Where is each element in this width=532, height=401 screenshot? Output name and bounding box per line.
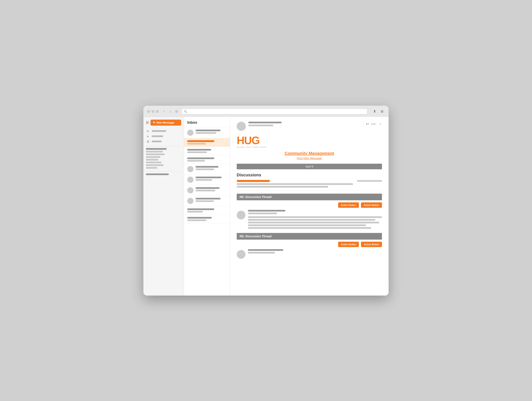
community-title[interactable]: Community Management — [237, 151, 382, 156]
community-section: Community Management Post New Message — [237, 151, 382, 160]
thread-section-1: RE: Discussion Thread Action Button Acti… — [237, 194, 382, 229]
bar — [187, 211, 203, 213]
avatar — [187, 177, 193, 183]
bar-active — [187, 140, 214, 142]
forward-button[interactable]: → — [378, 122, 382, 126]
traffic-light-green — [156, 110, 159, 113]
sidebar-bar — [146, 156, 160, 158]
thread-action-btn-2a[interactable]: Action Button — [338, 242, 359, 247]
discussion-title-bar — [237, 180, 270, 182]
bar — [196, 179, 212, 181]
nav-section: ✉ ➤ 🗑 — [146, 129, 181, 144]
thread-action-label: Action Button — [364, 204, 379, 206]
thread-section-2: RE: Discussion Thread Action Button Acti… — [237, 233, 382, 259]
bar — [196, 166, 218, 168]
bar — [187, 160, 205, 162]
avatar — [187, 198, 193, 204]
inbox-item[interactable] — [184, 147, 230, 155]
inbox-panel: Inbox — [184, 117, 230, 296]
chrome-actions: ⬆ ⧉ — [372, 109, 385, 114]
bar — [196, 168, 214, 170]
app-container: ☰ ✎ New Message ✉ ➤ 🗑 — [143, 117, 389, 296]
bar — [196, 187, 219, 189]
bar — [248, 249, 283, 251]
inbox-item-content — [187, 140, 227, 145]
inbox-item-content — [187, 157, 227, 162]
discussions-title: Discussions — [237, 173, 382, 177]
thread-post-header-bars — [248, 249, 382, 253]
bar — [196, 132, 216, 134]
new-message-button[interactable]: ✎ New Message — [151, 120, 181, 126]
community-subtitle[interactable]: Post New Message — [237, 157, 382, 160]
share-button[interactable]: ⬆ — [372, 109, 377, 114]
inbox-title: Inbox — [187, 120, 197, 125]
reply-button[interactable]: ↩ — [366, 122, 369, 126]
thread-actions-2: Action Button Action Button — [237, 242, 382, 247]
inbox-item-bars — [196, 166, 227, 170]
sidebar-bar — [146, 159, 158, 161]
thread-actions-1: Action Button Action Button — [237, 202, 382, 208]
thread-post-2 — [237, 249, 382, 259]
date-bar: April 9 — [237, 164, 382, 169]
inbox-item-content — [196, 177, 227, 181]
back-button[interactable]: ‹ — [161, 109, 167, 114]
nav-item-trash[interactable]: 🗑 — [146, 139, 181, 144]
left-nav: ☰ ✎ New Message ✉ ➤ 🗑 — [143, 117, 184, 296]
thread-avatar-1 — [237, 211, 245, 220]
inbox-item-content — [196, 166, 227, 170]
avatar — [187, 187, 193, 194]
address-bar[interactable]: 🔍 — [182, 109, 367, 114]
thread-action-btn-2b[interactable]: Action Button — [361, 242, 382, 247]
browser-chrome: ‹ › ⊡ 🔍 ⬆ ⧉ — [143, 106, 389, 117]
bar — [248, 213, 277, 214]
sender-info — [248, 122, 282, 126]
inbox-item-bars — [187, 149, 227, 153]
thread-action-btn-1b[interactable]: Action Button — [361, 202, 382, 208]
new-message-icon: ✎ — [153, 121, 155, 124]
hamburger-button[interactable]: ☰ — [146, 121, 149, 125]
email-header: ↩ ↩↩ → — [237, 122, 382, 131]
inbox-item-bars — [196, 177, 227, 181]
sidebar-toggle-button[interactable]: ⊡ — [174, 109, 179, 114]
inbox-item-content — [187, 217, 227, 221]
traffic-light-red — [147, 110, 150, 113]
nav-item-bar — [152, 130, 166, 132]
hug-letters: HUG — [237, 135, 382, 146]
thread-avatar-2 — [237, 250, 245, 259]
inbox-item-content — [196, 187, 227, 191]
inbox-item[interactable] — [184, 155, 230, 164]
discussion-desc-bars — [237, 183, 382, 188]
sidebar-bar — [146, 167, 157, 169]
inbox-item[interactable] — [184, 206, 230, 215]
inbox-item[interactable] — [184, 196, 230, 206]
inbox-item[interactable] — [184, 128, 230, 138]
inbox-item[interactable] — [184, 215, 230, 223]
inbox-item-content — [187, 208, 227, 213]
inbox-item-bars — [187, 208, 227, 213]
nav-divider — [146, 146, 181, 146]
forward-button[interactable]: › — [167, 109, 173, 114]
thread-action-label: Action Button — [341, 204, 356, 206]
thread-post-header-bars — [248, 210, 382, 214]
inbox-item-content — [187, 149, 227, 153]
inbox-item-bars — [187, 140, 227, 145]
bar — [187, 143, 206, 145]
nav-item-sent[interactable]: ➤ — [146, 134, 181, 139]
nav-item-inbox[interactable]: ✉ — [146, 129, 181, 134]
thread-action-btn-1a[interactable]: Action Button — [338, 202, 359, 208]
reply-all-button[interactable]: ↩↩ — [371, 122, 376, 126]
inbox-item-content — [196, 198, 227, 202]
bar — [187, 208, 214, 210]
main-content: ↩ ↩↩ → HUG HIGHER LOGIC USERS GROUP Comm… — [230, 117, 389, 296]
thread-header-2: RE: Discussion Thread — [237, 233, 382, 239]
inbox-item[interactable] — [184, 164, 230, 175]
bar — [237, 186, 328, 188]
bar — [187, 149, 211, 151]
inbox-item-active[interactable] — [184, 138, 230, 147]
thread-header-label-1: RE: Discussion Thread — [240, 195, 271, 199]
inbox-item[interactable] — [184, 185, 230, 196]
duplicate-button[interactable]: ⧉ — [379, 109, 385, 114]
nav-item-bar — [152, 136, 163, 137]
sidebar-bar — [146, 164, 164, 166]
inbox-item[interactable] — [184, 175, 230, 185]
